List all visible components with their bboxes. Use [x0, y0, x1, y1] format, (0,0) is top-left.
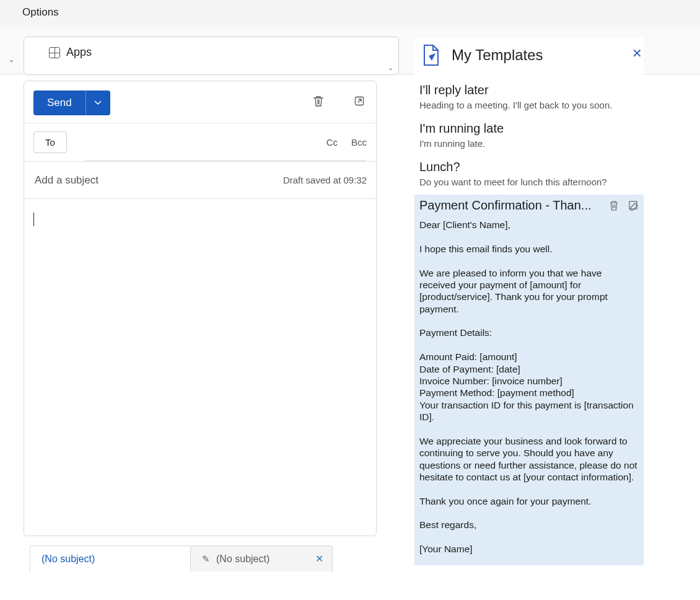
- close-templates-button[interactable]: ✕: [632, 46, 642, 61]
- draft-tabs: (No subject) ✎ (No subject) ✕: [30, 545, 401, 576]
- compose-card: Send To Cc Bcc Draft saved at 09:32: [24, 81, 377, 536]
- trash-icon: [313, 95, 324, 107]
- draft-tab-active[interactable]: (No subject): [30, 545, 191, 571]
- popout-icon: [354, 95, 365, 107]
- template-preview: Do you want to meet for lunch this after…: [419, 177, 639, 187]
- template-item[interactable]: I'll reply later Heading to a meeting. I…: [417, 79, 641, 118]
- discard-button[interactable]: [311, 94, 326, 108]
- popout-button[interactable]: [352, 94, 367, 108]
- template-preview: I'm running late.: [419, 138, 639, 149]
- compose-toolbar: Send: [24, 81, 376, 123]
- template-preview: Heading to a meeting. I'll get back to y…: [419, 100, 639, 110]
- chevron-down-icon: [94, 99, 102, 107]
- apps-grid-icon: [49, 47, 60, 58]
- apps-group[interactable]: Apps ⌄: [24, 37, 399, 75]
- apps-label: Apps: [66, 46, 92, 59]
- trash-icon: [609, 200, 619, 211]
- top-bar: Options: [0, 0, 700, 28]
- template-title: Payment Confirmation - Than...: [419, 198, 639, 213]
- text-caret: [33, 213, 34, 226]
- close-icon[interactable]: ✕: [315, 553, 323, 565]
- subject-row: Draft saved at 09:32: [24, 162, 376, 199]
- templates-pane: My Templates ✕ I'll reply later Heading …: [414, 37, 644, 595]
- body-editor[interactable]: [24, 199, 376, 534]
- template-item[interactable]: I'm running late I'm running late.: [417, 118, 641, 156]
- ribbon-more-icon[interactable]: ⌄: [6, 55, 16, 64]
- to-row: To Cc Bcc: [24, 123, 376, 162]
- draft-tab-label: (No subject): [42, 554, 95, 565]
- bcc-button[interactable]: Bcc: [351, 137, 367, 148]
- template-item[interactable]: Lunch? Do you want to meet for lunch thi…: [417, 156, 641, 195]
- pencil-icon: ✎: [202, 554, 210, 565]
- templates-title: My Templates: [452, 46, 543, 64]
- template-title: I'm running late: [419, 121, 639, 136]
- to-button[interactable]: To: [33, 131, 67, 153]
- templates-doc-icon: [421, 43, 442, 67]
- cc-button[interactable]: Cc: [326, 137, 338, 148]
- send-options-button[interactable]: [85, 90, 110, 115]
- delete-template-button[interactable]: [608, 200, 620, 212]
- draft-saved-status: Draft saved at 09:32: [283, 175, 367, 185]
- recipient-underline: [84, 161, 367, 161]
- draft-tab-inactive[interactable]: ✎ (No subject) ✕: [190, 545, 333, 571]
- send-split-button: Send: [33, 90, 110, 115]
- options-tab[interactable]: Options: [22, 6, 59, 19]
- send-button[interactable]: Send: [33, 90, 85, 115]
- templates-list: I'll reply later Heading to a meeting. I…: [414, 79, 644, 565]
- chevron-down-icon[interactable]: ⌄: [388, 64, 393, 72]
- template-body: Dear [Client's Name], I hope this email …: [419, 219, 639, 555]
- template-item-selected[interactable]: Payment Confirmation - Than... Dear [Cli…: [414, 195, 644, 565]
- edit-template-button[interactable]: [628, 200, 640, 212]
- template-title: Lunch?: [419, 160, 639, 174]
- templates-header: My Templates ✕: [414, 37, 644, 79]
- subject-input[interactable]: [33, 174, 234, 187]
- draft-tab-label: (No subject): [216, 554, 269, 565]
- edit-icon: [628, 200, 639, 211]
- template-title: I'll reply later: [419, 83, 639, 97]
